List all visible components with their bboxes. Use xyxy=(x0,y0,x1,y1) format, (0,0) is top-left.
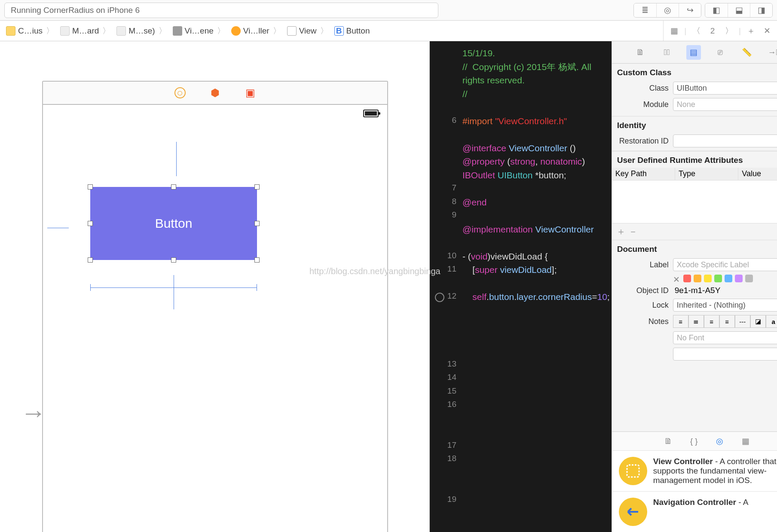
resize-handle[interactable] xyxy=(171,257,176,263)
udra-table-body[interactable] xyxy=(612,180,777,223)
crumb-label: M…se) xyxy=(128,26,155,36)
crumb-view[interactable]: View〉 xyxy=(284,25,332,37)
restoration-id-label: Restoration ID xyxy=(617,137,669,146)
resize-handle[interactable] xyxy=(254,257,260,263)
quick-help-tab-icon[interactable]: ？⃝ xyxy=(660,45,674,60)
media-library-tab-icon[interactable]: ▦ xyxy=(740,436,751,447)
view-icon xyxy=(287,26,297,36)
battery-icon xyxy=(363,110,379,117)
module-label: Module xyxy=(617,100,669,109)
document-label-field[interactable]: Xcode Specific Label xyxy=(673,258,777,271)
selection-wrapper: Button xyxy=(69,176,284,275)
activity-status-text: Running CornerRadius on iPhone 6 xyxy=(11,6,140,15)
resize-handle[interactable] xyxy=(88,184,93,190)
crumb-project[interactable]: C…ius〉 xyxy=(3,25,58,37)
scene-icon xyxy=(173,26,182,36)
crumb-label: C…ius xyxy=(18,26,43,36)
status-bar xyxy=(43,105,387,122)
label-color-swatches[interactable]: ✕ xyxy=(673,275,753,282)
restoration-id-field[interactable] xyxy=(673,135,777,147)
panel-right-icon[interactable]: ◨ xyxy=(750,3,772,17)
object-id-value: 9e1-m1-A5Y xyxy=(673,286,721,295)
document-label-label: Label xyxy=(617,260,669,269)
alignment-guide xyxy=(176,142,177,176)
object-id-label: Object ID xyxy=(617,286,669,295)
notes-toolbar[interactable]: ≡≣≡≡---◪a… xyxy=(673,315,777,328)
crumb-label: View xyxy=(299,26,317,36)
file-inspector-tab-icon[interactable]: 🗎 xyxy=(633,45,648,60)
svg-rect-0 xyxy=(627,465,639,477)
lock-select[interactable]: Inherited - (Nothing) xyxy=(673,299,777,312)
add-assistant-icon[interactable]: ＋ xyxy=(744,24,757,37)
udra-col-value: Value xyxy=(738,168,777,180)
crumb-storyboard[interactable]: M…ard〉 xyxy=(58,25,114,37)
udra-col-type: Type xyxy=(675,168,738,180)
panel-bottom-icon[interactable]: ⬓ xyxy=(728,3,750,17)
viewcontroller-dock-icon[interactable]: ○ xyxy=(174,87,186,98)
custom-class-header: Custom Class xyxy=(612,64,777,80)
notes-label: Notes xyxy=(617,317,669,326)
editor-assistant-icon[interactable]: ◎ xyxy=(656,3,679,17)
connections-inspector-tab-icon[interactable]: →⃝ xyxy=(766,45,777,60)
exit-dock-icon[interactable]: ▣ xyxy=(245,87,256,98)
resize-handle[interactable] xyxy=(171,184,176,190)
crumb-base[interactable]: M…se)〉 xyxy=(114,25,170,37)
first-responder-dock-icon[interactable]: ⬢ xyxy=(210,87,221,98)
resize-handle[interactable] xyxy=(254,184,260,190)
document-icon xyxy=(60,26,70,36)
resize-handle[interactable] xyxy=(254,221,260,226)
udra-remove-button[interactable]: － xyxy=(628,226,638,237)
crumb-label: Button xyxy=(346,26,370,36)
nav-back-icon[interactable]: 〈 xyxy=(690,24,703,37)
scene-dock: ○ ⬢ ▣ xyxy=(43,82,387,105)
udra-add-button[interactable]: ＋ xyxy=(616,226,626,237)
crumb-viewcontroller[interactable]: Vi…ller〉 xyxy=(229,25,284,37)
assistant-jump-bar: ▦ | 〈 2 〉 | ＋ ✕ xyxy=(663,21,774,41)
crumb-label: Vi…ene xyxy=(185,26,214,36)
resize-handle[interactable] xyxy=(88,257,93,263)
close-assistant-icon[interactable]: ✕ xyxy=(761,24,774,37)
notes-font-field[interactable]: No FontT xyxy=(673,331,777,344)
alignment-guide xyxy=(47,228,69,228)
editor-standard-icon[interactable]: ≣ xyxy=(634,3,656,17)
ib-canvas[interactable]: → ○ ⬢ ▣ Button xyxy=(0,41,430,532)
main-toolbar: Running CornerRadius on iPhone 6 ≣ ◎ ↪ ◧… xyxy=(0,0,777,21)
library-item-navigationcontroller[interactable]: Navigation Controller - A xyxy=(612,491,777,532)
related-items-icon[interactable]: ▦ xyxy=(668,24,681,37)
activity-status: Running CornerRadius on iPhone 6 xyxy=(4,3,438,18)
identity-inspector-tab-icon[interactable]: ▤ xyxy=(686,45,701,60)
code-content[interactable]: 15/1/19. // Copyright (c) 2015年 杨斌. All … xyxy=(461,41,612,532)
button-icon: B xyxy=(334,26,344,36)
lock-label: Lock xyxy=(617,301,669,310)
button-title: Button xyxy=(155,216,193,231)
selected-button[interactable]: Button xyxy=(90,187,257,260)
class-field[interactable]: UIButton xyxy=(673,82,777,95)
crumb-label: M…ard xyxy=(72,26,99,36)
size-inspector-tab-icon[interactable]: 📏 xyxy=(740,45,754,60)
code-editor[interactable]: 6 789 1011 12 13141516 1718 19 2021 15/1… xyxy=(430,41,612,532)
library-item-viewcontroller[interactable]: View Controller - A controller that supp… xyxy=(612,450,777,491)
object-library-tab-icon[interactable]: ◎ xyxy=(714,436,725,447)
file-template-tab-icon[interactable]: 🗎 xyxy=(663,436,674,447)
utilities-panel: 选中这个 点击+号就可以添加 🗎 ？⃝ ▤ ⎚ 📏 →⃝ Custom Clas… xyxy=(612,41,777,532)
library-item-text: View Controller - A controller that supp… xyxy=(653,457,777,485)
udra-col-keypath: Key Path xyxy=(612,168,675,180)
editor-version-icon[interactable]: ↪ xyxy=(679,3,701,17)
counterpart-count: 2 xyxy=(706,24,719,37)
crumb-scene[interactable]: Vi…ene〉 xyxy=(170,25,229,37)
nav-forward-icon[interactable]: 〉 xyxy=(722,24,735,37)
code-snippet-tab-icon[interactable]: { } xyxy=(688,436,700,447)
crumb-button[interactable]: BButton xyxy=(332,26,373,36)
library-tab-bar: 🗎 { } ◎ ▦ xyxy=(612,431,777,450)
notes-text-field[interactable] xyxy=(673,348,777,361)
udra-header: User Defined Runtime Attributes xyxy=(612,151,777,168)
resize-handle[interactable] xyxy=(88,221,93,226)
width-measure xyxy=(90,287,257,288)
document-header: Document xyxy=(612,240,777,257)
panel-left-icon[interactable]: ◧ xyxy=(705,3,728,17)
attributes-inspector-tab-icon[interactable]: ⎚ xyxy=(713,45,728,60)
module-field[interactable]: None xyxy=(673,98,777,111)
navigationcontroller-library-icon xyxy=(619,498,647,526)
scene-view: ○ ⬢ ▣ Button xyxy=(42,81,388,532)
viewcontroller-library-icon xyxy=(619,457,647,485)
